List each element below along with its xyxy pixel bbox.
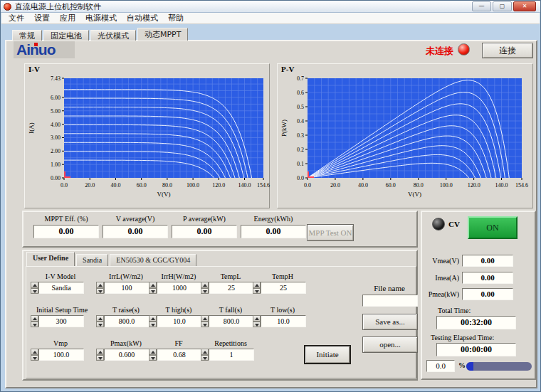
spinner (96, 315, 104, 327)
param-value-input[interactable]: 25 (209, 282, 254, 294)
mpp-test-button[interactable]: MPP Test ON (307, 224, 354, 241)
spin-up-icon[interactable] (31, 349, 38, 355)
param-value-input[interactable]: 800.0 (104, 315, 149, 327)
minimize-button-icon[interactable]: — (472, 1, 491, 11)
stat-field-1: V average(V)0.00 (103, 215, 168, 238)
param-tab-1[interactable]: Sandia (76, 254, 108, 266)
tab-2[interactable]: 光伏模式 (90, 30, 136, 41)
spin-up-icon[interactable] (96, 315, 104, 322)
spin-up-icon[interactable] (31, 282, 38, 288)
param-value-input[interactable]: 100.0 (38, 349, 84, 361)
param-value-input[interactable]: 10.0 (261, 315, 306, 327)
menu-bar: 文件设置应用电源模式自动模式帮助 (1, 13, 540, 24)
spin-up-icon[interactable] (253, 282, 261, 288)
svg-text:0.6: 0.6 (297, 90, 304, 96)
spin-down-icon[interactable] (96, 322, 104, 328)
save-as-button[interactable]: Save as... (362, 314, 418, 330)
spin-up-icon[interactable] (201, 315, 209, 322)
title-bar[interactable]: 直流电源上位机控制软件 — ▢ ✕ (1, 1, 540, 13)
svg-text:120.0: 120.0 (212, 182, 225, 189)
measure-label: Imea(A) (424, 274, 459, 282)
spin-up-icon[interactable] (149, 315, 157, 322)
open-button[interactable]: open... (362, 337, 418, 353)
connect-button[interactable]: 连接 (482, 43, 533, 58)
param-label: Repetitions (201, 339, 255, 347)
param-value-input[interactable]: 100 (104, 282, 149, 294)
param-value-input[interactable]: 300 (38, 315, 84, 327)
measure-label: Vmea(V) (424, 257, 459, 265)
param-tab-0[interactable]: User Define (26, 252, 75, 266)
svg-text:P(kW): P(kW) (280, 120, 288, 137)
tab-0[interactable]: 常规 (12, 30, 42, 41)
progress-bar (466, 362, 532, 371)
menu-item-4[interactable]: 自动模式 (122, 13, 163, 23)
param-label: Pmax(kW) (96, 339, 150, 347)
spin-down-icon[interactable] (149, 322, 157, 328)
spin-down-icon[interactable] (201, 288, 209, 295)
param-label: T fall(s) (201, 306, 255, 314)
spinner (31, 315, 38, 327)
param-label: TempL (201, 272, 255, 280)
spin-down-icon[interactable] (253, 322, 261, 328)
file-name-input[interactable] (362, 295, 418, 307)
spin-down-icon[interactable] (201, 322, 209, 328)
total-time-value: 00:32:00 (436, 316, 516, 329)
spin-down-icon[interactable] (96, 355, 104, 361)
measure-2: Pmea(kW)0.00 (422, 288, 535, 301)
svg-text:0.00: 0.00 (51, 175, 61, 181)
menu-item-5[interactable]: 帮助 (163, 13, 189, 23)
spinner (201, 282, 209, 294)
maximize-button-icon[interactable]: ▢ (493, 1, 512, 11)
spin-up-icon[interactable] (96, 282, 104, 288)
tab-3[interactable]: 动态MPPT (137, 28, 188, 41)
spin-up-icon[interactable] (201, 349, 209, 355)
user-define-tab-content: File name Save as... open... Initiate I-… (26, 266, 416, 378)
spin-down-icon[interactable] (253, 288, 261, 295)
spin-down-icon[interactable] (31, 355, 38, 361)
param-value-input[interactable]: 25 (261, 282, 306, 294)
spin-up-icon[interactable] (201, 282, 209, 288)
on-button[interactable]: ON (468, 216, 518, 239)
param-tab-2[interactable]: EN50530 & CGC/GY004 (110, 254, 196, 266)
spin-down-icon[interactable] (96, 288, 104, 295)
spin-down-icon[interactable] (201, 355, 209, 361)
param-value-input[interactable]: 1 (209, 349, 254, 361)
param-control: 25 (201, 282, 255, 294)
menu-item-1[interactable]: 设置 (29, 13, 55, 23)
menu-item-3[interactable]: 电源模式 (80, 13, 122, 23)
param-value-input[interactable]: 0.68 (157, 349, 202, 361)
spin-up-icon[interactable] (149, 349, 157, 355)
spin-down-icon[interactable] (31, 288, 38, 295)
mppt-stats-panel: MPPT Eff. (%)0.00V average(V)0.00P avera… (22, 211, 418, 248)
spin-down-icon[interactable] (31, 322, 38, 328)
spin-down-icon[interactable] (149, 288, 157, 295)
spin-up-icon[interactable] (253, 315, 261, 322)
svg-text:80.0: 80.0 (162, 182, 172, 189)
spin-up-icon[interactable] (31, 315, 38, 322)
close-button-icon[interactable]: ✕ (513, 1, 536, 11)
spinner (31, 349, 38, 361)
spinner (149, 282, 157, 294)
param-irrh-w-m2-: IrrH(W/m2)1000 (149, 272, 203, 294)
spin-up-icon[interactable] (149, 282, 157, 288)
tab-1[interactable]: 固定电池 (43, 30, 89, 41)
initiate-button[interactable]: Initiate (304, 345, 351, 364)
param-label: T raise(s) (96, 306, 150, 314)
stat-field-0: MPPT Eff. (%)0.00 (33, 215, 99, 238)
param-value-input[interactable]: 800.0 (209, 315, 254, 327)
param-value-input[interactable]: 1000 (157, 282, 202, 294)
param-label: FF (149, 339, 203, 347)
spin-down-icon[interactable] (149, 355, 157, 361)
spinner (96, 282, 104, 294)
svg-text:2.00: 2.00 (51, 148, 61, 154)
menu-item-2[interactable]: 应用 (55, 13, 80, 23)
svg-text:100.0: 100.0 (187, 182, 199, 189)
param-value-input[interactable]: 10.0 (157, 315, 202, 327)
param-value-input[interactable]: Sandia (38, 282, 84, 294)
param-value-input[interactable]: 0.600 (104, 349, 149, 361)
stat-field-2: P average(kW)0.00 (172, 215, 237, 238)
param-label: TempH (253, 272, 307, 280)
param-label: IrrH(W/m2) (149, 272, 203, 280)
menu-item-0[interactable]: 文件 (4, 13, 29, 23)
spin-up-icon[interactable] (96, 349, 104, 355)
